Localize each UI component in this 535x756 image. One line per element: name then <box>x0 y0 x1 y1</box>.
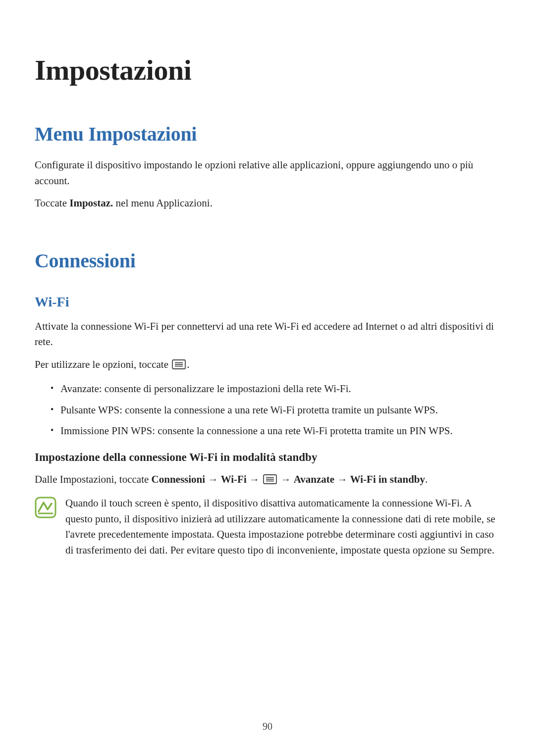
chapter-title: Impostazioni <box>35 53 500 87</box>
standby-path: Dalle Impostazioni, toccate Connessioni … <box>35 472 500 489</box>
note-suffix: . <box>492 544 494 556</box>
bullet-text: : consente di personalizzare le impostaz… <box>99 383 351 395</box>
wifi-options-list: Avanzate: consente di personalizzare le … <box>35 381 500 439</box>
wifi-paragraph-2: Per utilizzare le opzioni, toccate . <box>35 357 500 374</box>
menu-p2-suffix: nel menu Applicazioni. <box>113 197 213 209</box>
wifi-p2-prefix: Per utilizzare le opzioni, toccate <box>35 358 171 370</box>
bullet-text: : consente la connessione a una rete Wi-… <box>152 425 453 437</box>
path-prefix: Dalle Impostazioni, toccate <box>35 473 152 485</box>
page-content: Impostazioni Menu Impostazioni Configura… <box>0 0 535 558</box>
note-text: Quando il touch screen è spento, il disp… <box>65 496 500 558</box>
path-b1: Connessioni <box>152 473 206 485</box>
path-b4: Wi-Fi in standby <box>350 473 425 485</box>
menu-paragraph-1: Configurate il dispositivo impostando le… <box>35 157 500 189</box>
wifi-p2-suffix: . <box>187 358 189 370</box>
menu-icon <box>263 473 277 489</box>
arrow-3: → <box>278 473 294 485</box>
subsection-title-wifi: Wi-Fi <box>35 294 500 310</box>
menu-icon <box>172 358 186 374</box>
arrow-4: → <box>334 473 350 485</box>
bullet-text: : consente la connessione a una rete Wi-… <box>119 404 438 416</box>
bullet-bold: Avanzate <box>60 383 99 395</box>
wifi-paragraph-1: Attivate la connessione Wi-Fi per connet… <box>35 319 500 350</box>
path-b3: Avanzate <box>294 473 334 485</box>
bullet-bold: Pulsante WPS <box>60 404 119 416</box>
menu-p2-prefix: Toccate <box>35 197 69 209</box>
path-suffix: . <box>425 473 428 485</box>
page-number: 90 <box>0 721 535 732</box>
list-item: Pulsante WPS: consente la connessione a … <box>51 402 500 418</box>
note-prefix: Quando il touch screen è spento, il disp… <box>65 497 495 556</box>
section-title-connections: Connessioni <box>35 249 500 272</box>
menu-paragraph-2: Toccate Impostaz. nel menu Applicazioni. <box>35 196 500 211</box>
menu-p2-bold: Impostaz. <box>69 197 113 209</box>
arrow-1: → <box>205 473 221 485</box>
note-block: Quando il touch screen è spento, il disp… <box>35 496 500 558</box>
standby-heading: Impostazione della connessione Wi-Fi in … <box>35 451 500 464</box>
note-bold: Sempre <box>460 544 492 556</box>
list-item: Avanzate: consente di personalizzare le … <box>51 381 500 397</box>
arrow-2: → <box>247 473 263 485</box>
section-title-menu: Menu Impostazioni <box>35 122 500 146</box>
note-icon <box>35 497 56 520</box>
path-b2: Wi-Fi <box>221 473 247 485</box>
bullet-bold: Immissione PIN WPS <box>60 425 152 437</box>
list-item: Immissione PIN WPS: consente la connessi… <box>51 423 500 439</box>
